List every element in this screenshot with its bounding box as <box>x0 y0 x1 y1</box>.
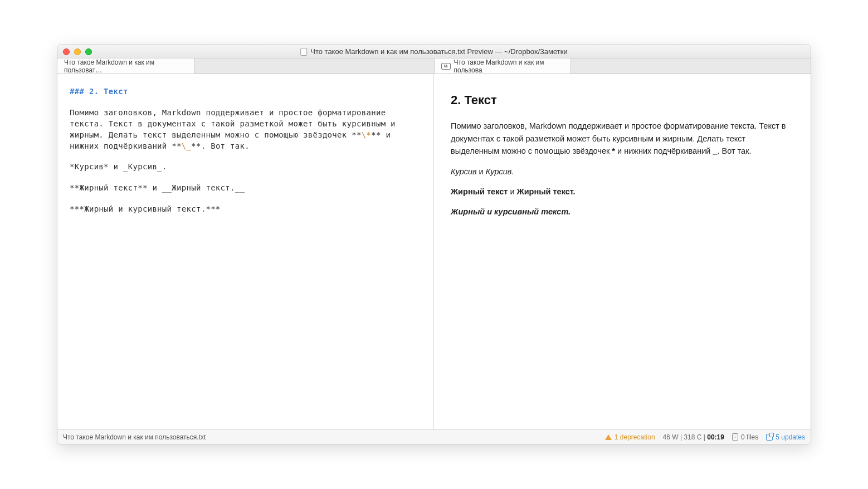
status-deprecation[interactable]: 1 deprecation <box>605 433 655 441</box>
tab-label: Что такое Markdown и как им пользова <box>454 58 564 74</box>
editor-paragraph: Помимо заголовков, Markdown поддерживает… <box>70 107 421 152</box>
traffic-lights <box>57 48 92 55</box>
preview-paragraph: Жирный текст и Жирный текст. <box>451 185 794 198</box>
zoom-button[interactable] <box>85 48 92 55</box>
preview-heading: 2. Текст <box>451 91 794 110</box>
status-updates[interactable]: 5 updates <box>766 433 805 441</box>
editor-line: ***Жирный и курсивный текст.*** <box>70 204 421 215</box>
app-window: Что такое Markdown и как им пользоваться… <box>57 45 811 444</box>
status-files[interactable]: 0 files <box>732 433 758 441</box>
editor-pane[interactable]: ### 2. Текст Помимо заголовков, Markdown… <box>57 74 434 429</box>
window-title-area: Что такое Markdown и как им пользоваться… <box>300 47 567 56</box>
status-stats[interactable]: 46 W | 318 C | 00:19 <box>663 433 724 441</box>
file-icon <box>732 433 738 441</box>
updates-icon <box>766 434 773 441</box>
editor-line: **Жирный текст** и __Жирный текст.__ <box>70 183 421 194</box>
window-title: Что такое Markdown и как им пользоваться… <box>310 47 567 56</box>
warning-icon <box>605 434 612 440</box>
preview-paragraph: Жирный и курсивный текст. <box>451 206 794 218</box>
status-filename[interactable]: Что такое Markdown и как им пользоваться… <box>63 433 605 441</box>
preview-paragraph: Помимо заголовков, Markdown поддерживает… <box>451 120 794 157</box>
close-button[interactable] <box>63 48 70 55</box>
status-bar: Что такое Markdown и как им пользоваться… <box>57 429 811 444</box>
tab-label: Что такое Markdown и как им пользоват… <box>64 58 187 74</box>
tab-editor[interactable]: Что такое Markdown и как им пользоват… <box>57 58 194 74</box>
minimize-button[interactable] <box>74 48 81 55</box>
escape-sequence: \* <box>362 130 371 139</box>
status-right: 1 deprecation 46 W | 318 C | 00:19 0 fil… <box>605 433 805 441</box>
tab-spacer-left <box>194 58 434 74</box>
titlebar[interactable]: Что такое Markdown и как им пользоваться… <box>57 45 811 58</box>
escape-sequence: \_ <box>182 141 191 150</box>
preview-paragraph: Курсив и Курсив. <box>451 165 794 178</box>
tab-preview[interactable]: M↓ Что такое Markdown и как им пользова <box>434 58 571 74</box>
editor-line: *Курсив* и _Курсив_. <box>70 162 421 173</box>
tab-spacer-right <box>571 58 811 74</box>
tab-bar: Что такое Markdown и как им пользоват… M… <box>57 58 811 74</box>
document-icon <box>300 48 307 56</box>
preview-pane[interactable]: 2. Текст Помимо заголовков, Markdown под… <box>434 74 811 429</box>
editor-heading: ### 2. Текст <box>70 86 421 97</box>
markdown-icon: M↓ <box>441 63 451 70</box>
main-area: ### 2. Текст Помимо заголовков, Markdown… <box>57 74 811 429</box>
